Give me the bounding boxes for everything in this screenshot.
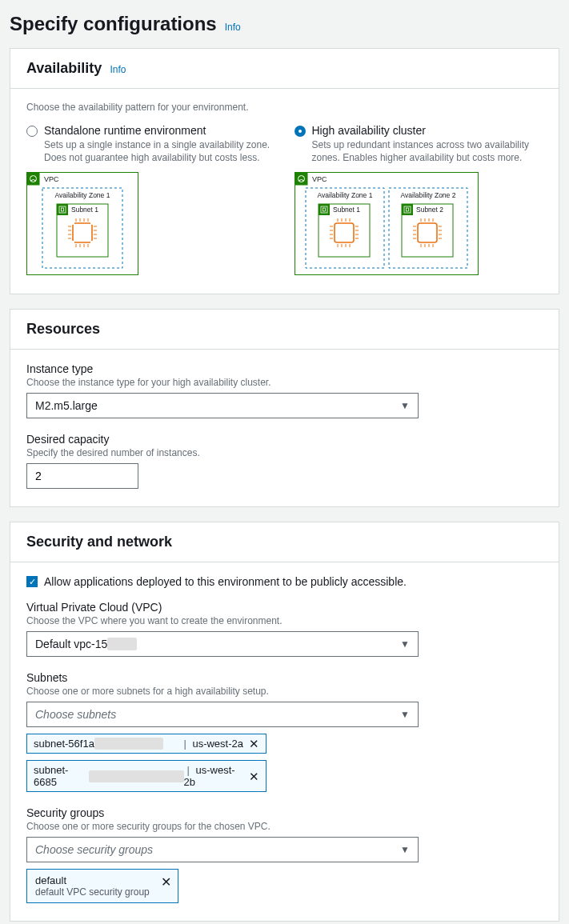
security-group-token-name: default [35,874,170,886]
chevron-down-icon: ▼ [400,400,410,411]
subnets-hint: Choose one or more subnets for a high av… [26,686,543,697]
standalone-az-label: Availability Zone 1 [55,191,110,199]
public-access-checkbox[interactable]: ✓ Allow applications deployed to this en… [26,575,543,588]
svg-rect-3 [42,188,122,268]
ha-az1-label: Availability Zone 1 [317,191,372,199]
subnets-label: Subnets [26,671,543,684]
page-title-text: Specify configurations [10,13,217,35]
chevron-down-icon: ▼ [400,638,410,650]
standalone-radio-desc: Sets up a single instance in a single av… [44,138,275,164]
subnets-select[interactable]: Choose subnets ▼ [26,702,419,727]
svg-rect-5 [57,204,68,215]
availability-ha-radio[interactable]: High availability cluster Sets up redund… [295,124,543,164]
svg-rect-56 [402,204,413,215]
security-group-token-desc: default VPC security group [35,886,170,898]
subnets-placeholder: Choose subnets [35,708,116,721]
desired-capacity-input[interactable] [26,463,138,489]
svg-rect-34 [319,204,330,215]
resources-panel: Resources Instance type Choose the insta… [10,309,559,507]
svg-rect-12 [90,241,94,244]
availability-panel-header: Availability Info [10,49,559,89]
subnet-token: subnet-6685xxxxxxxxxxxxxxxxxx | us-west-… [26,760,266,792]
chevron-down-icon: ▼ [400,844,410,855]
svg-rect-10 [90,222,94,225]
availability-panel: Availability Info Choose the availabilit… [10,48,559,294]
availability-heading: Availability [26,60,102,77]
chevron-down-icon: ▼ [400,709,410,720]
ha-radio-desc: Sets up redundant instances across two a… [312,138,543,164]
security-heading: Security and network [26,534,172,550]
instance-type-hint: Choose the instance type for your high a… [26,377,543,388]
ha-subnet1-label: Subnet 1 [333,206,360,214]
security-panel: Security and network ✓ Allow application… [10,522,559,922]
svg-rect-9 [71,222,74,225]
desired-capacity-label: Desired capacity [26,433,543,446]
radio-selected-icon [295,126,306,137]
remove-subnet-icon[interactable]: ✕ [249,738,259,750]
security-groups-select[interactable]: Choose security groups ▼ [26,837,419,862]
svg-rect-30 [295,173,307,186]
svg-rect-1 [27,173,40,186]
svg-rect-37 [335,223,354,242]
vpc-hint: Choose the VPC where you want to create … [26,615,543,626]
checkbox-checked-icon: ✓ [26,576,38,587]
instance-type-label: Instance type [26,362,543,375]
ha-subnet2-label: Subnet 2 [416,206,443,214]
desired-capacity-hint: Specify the desired number of instances. [26,447,543,458]
availability-standalone-radio[interactable]: Standalone runtime environment Sets up a… [26,124,275,164]
svg-rect-54 [389,188,467,268]
svg-rect-11 [71,241,74,244]
public-access-label: Allow applications deployed to this envi… [44,575,407,588]
standalone-subnet-label: Subnet 1 [71,206,98,214]
security-panel-header: Security and network [10,522,559,562]
subnet-token: subnet-56f1axxxxxxxxxxxxx | us-west-2a ✕ [26,734,266,754]
availability-info-link[interactable]: Info [110,64,126,75]
vpc-select[interactable]: Default vpc-15xxxxx ▼ [26,631,419,657]
svg-rect-59 [418,223,437,242]
svg-rect-32 [306,188,384,268]
ha-az2-label: Availability Zone 2 [400,191,455,199]
ha-vpc-label: VPC [312,175,327,183]
resources-heading: Resources [26,321,100,338]
instance-type-value: M2.m5.large [35,399,98,412]
ha-diagram: VPC Availability Zone 1 Subnet 1 [295,172,543,276]
resources-panel-header: Resources [10,310,559,350]
svg-rect-8 [73,223,92,242]
availability-helper: Choose the availability pattern for your… [26,102,543,113]
standalone-radio-label: Standalone runtime environment [44,124,275,137]
instance-type-select[interactable]: M2.m5.large ▼ [26,393,419,418]
security-groups-placeholder: Choose security groups [35,843,153,856]
security-groups-label: Security groups [26,806,543,819]
radio-unselected-icon [26,126,38,137]
ha-radio-label: High availability cluster [312,124,543,137]
remove-security-group-icon[interactable]: ✕ [161,874,171,890]
standalone-diagram: VPC Availability Zone 1 Subnet 1 [26,172,275,276]
security-groups-hint: Choose one or more security groups for t… [26,821,543,832]
remove-subnet-icon[interactable]: ✕ [249,770,259,782]
page-info-link[interactable]: Info [225,22,241,33]
vpc-value: Default vpc-15xxxxx [35,638,137,650]
vpc-label: Virtual Private Cloud (VPC) [26,601,543,614]
page-title: Specify configurations Info [10,13,559,35]
security-group-token: default default VPC security group ✕ [26,869,178,903]
standalone-vpc-label: VPC [44,175,59,183]
